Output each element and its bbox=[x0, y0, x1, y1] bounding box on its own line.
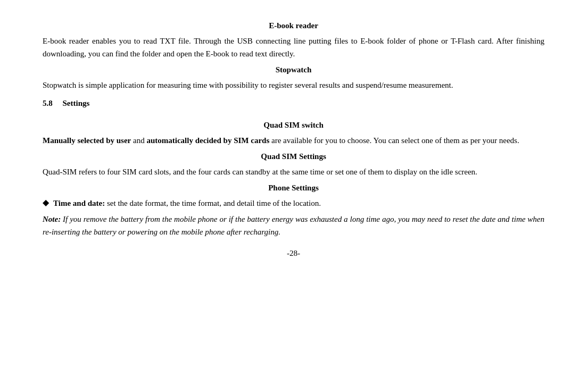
quad-sim-settings-body: Quad-SIM refers to four SIM card slots, … bbox=[43, 165, 544, 178]
ebook-reader-body: E-book reader enables you to read TXT fi… bbox=[43, 35, 544, 60]
quad-sim-and-connector: and bbox=[131, 136, 146, 145]
bullet-diamond-icon: ◆ bbox=[43, 197, 49, 207]
quad-sim-switch-body: Manually selected by user and automatica… bbox=[43, 134, 544, 147]
note-label: Note: bbox=[43, 215, 61, 223]
time-date-bullet-item: ◆ Time and date: set the date format, th… bbox=[43, 197, 544, 210]
settings-number: 5.8 bbox=[43, 99, 53, 107]
time-date-bold-label: Time and date: bbox=[53, 199, 105, 207]
note-paragraph: Note: If you remove the battery from the… bbox=[43, 213, 544, 238]
quad-sim-suffix: are available for you to choose. You can… bbox=[269, 136, 519, 145]
quad-sim-bold1: Manually selected by user bbox=[43, 136, 131, 145]
quad-sim-bold2: automatically decided by SIM cards bbox=[146, 136, 269, 145]
phone-settings-heading: Phone Settings bbox=[43, 184, 544, 193]
stopwatch-body: Stopwatch is simple application for meas… bbox=[43, 79, 544, 91]
time-date-body-text: set the date format, the time format, an… bbox=[105, 199, 321, 207]
page-number: -28- bbox=[43, 249, 544, 258]
settings-section-number-heading: 5.8 Settings bbox=[43, 99, 544, 108]
quad-sim-settings-heading: Quad SIM Settings bbox=[43, 152, 544, 161]
ebook-reader-heading: E-book reader bbox=[43, 21, 544, 30]
settings-label: Settings bbox=[63, 99, 90, 107]
stopwatch-heading: Stopwatch bbox=[43, 65, 544, 74]
quad-sim-switch-heading: Quad SIM switch bbox=[43, 121, 544, 130]
note-body-text: If you remove the battery from the mobil… bbox=[43, 215, 544, 236]
time-date-text: Time and date: set the date format, the … bbox=[53, 197, 321, 210]
